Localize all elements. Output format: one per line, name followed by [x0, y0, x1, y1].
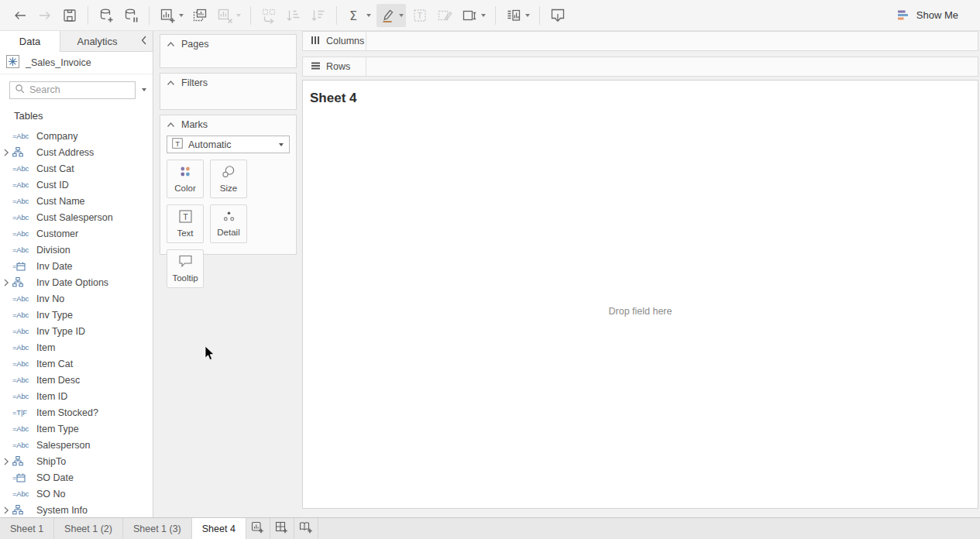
expand-chevron-icon[interactable] [0, 149, 11, 156]
duplicate-sheet-icon [191, 7, 208, 24]
back-arrow-button[interactable] [9, 4, 31, 27]
show-hide-cards-button[interactable] [503, 4, 532, 27]
show-hide-cards-icon [505, 7, 522, 24]
field-inv-type-id[interactable]: =AbcInv Type ID [0, 323, 153, 339]
duplicate-sheet-button[interactable] [189, 4, 211, 27]
field-label: Division [36, 245, 70, 256]
filters-collapse-icon[interactable] [167, 80, 175, 86]
mark-buttons: ColorSizeTTextDetailTooltip [160, 160, 296, 288]
size-mark-button[interactable]: Size [210, 160, 247, 198]
field-item-cat[interactable]: =AbcItem Cat [0, 355, 153, 372]
new-worksheet-button[interactable] [156, 4, 186, 27]
field-salesperson[interactable]: =AbcSalesperson [0, 437, 153, 453]
field-item-desc[interactable]: =AbcItem Desc [0, 372, 153, 388]
color-mark-button[interactable]: Color [167, 160, 204, 198]
datasource-item[interactable]: _Sales_Invoice [0, 52, 153, 74]
calculated-string-field-icon: =Abc [11, 359, 36, 368]
new-story-button[interactable] [294, 518, 318, 539]
show-me-label: Show Me [916, 9, 958, 21]
new-worksheet-caret-icon [179, 14, 184, 17]
field-item[interactable]: =AbcItem [0, 339, 153, 355]
marks-collapse-icon[interactable] [167, 122, 175, 128]
filters-card[interactable]: Filters [160, 73, 297, 110]
tooltip-mark-button[interactable]: Tooltip [167, 249, 204, 288]
field-division[interactable]: =AbcDivision [0, 242, 153, 258]
highlight-button[interactable] [377, 4, 406, 27]
pause-auto-updates-button[interactable] [120, 4, 142, 27]
mark-type-dropdown[interactable]: T Automatic [167, 136, 290, 153]
tab-action-buttons [246, 518, 318, 539]
new-data-source-icon [98, 7, 115, 24]
sheet-tab-sheet-4[interactable]: Sheet 4 [192, 518, 246, 539]
new-dashboard-button[interactable] [270, 518, 294, 539]
field-cust-address[interactable]: Cust Address [0, 144, 153, 160]
field-label: Salesperson [36, 440, 91, 451]
color-label: Color [174, 184, 195, 193]
rows-icon [311, 61, 321, 73]
sheet-tab-sheet-1-3[interactable]: Sheet 1 (3) [123, 518, 192, 539]
field-system-info[interactable]: System Info [0, 502, 153, 517]
new-data-source-button[interactable] [95, 4, 117, 27]
sheet-tab-sheet-1-2[interactable]: Sheet 1 (2) [54, 518, 123, 539]
search-input[interactable] [29, 84, 130, 95]
mark-type-value: Automatic [188, 139, 276, 150]
field-so-date[interactable]: =SO Date [0, 469, 153, 486]
rows-shelf: Rows [302, 57, 978, 77]
presentation-mode-button[interactable] [547, 4, 569, 27]
pause-auto-updates-icon [122, 7, 139, 24]
pane-tabs: Data Analytics [0, 31, 153, 52]
data-pane-options-caret[interactable] [142, 88, 146, 91]
sheet-tab-sheet-1[interactable]: Sheet 1 [0, 518, 54, 539]
text-mark-button[interactable]: TText [167, 204, 204, 243]
totals-button[interactable]: Σ [344, 4, 373, 27]
toolbar-divider [336, 6, 337, 25]
expand-chevron-icon[interactable] [0, 506, 11, 514]
calculated-string-field-icon: =Abc [11, 392, 36, 400]
columns-shelf-drop[interactable] [366, 32, 978, 50]
pages-card[interactable]: Pages [160, 34, 297, 68]
calculated-string-field-icon: =Abc [11, 180, 36, 189]
tab-data[interactable]: Data [0, 31, 60, 52]
fit-icon [461, 7, 478, 24]
pages-collapse-icon[interactable] [167, 41, 175, 47]
field-customer[interactable]: =AbcCustomer [0, 225, 153, 242]
fit-button[interactable] [459, 4, 488, 27]
expand-chevron-icon[interactable] [0, 279, 11, 287]
field-inv-date[interactable]: =Inv Date [0, 258, 153, 274]
save-button[interactable] [59, 4, 81, 27]
highlight-icon [379, 7, 396, 24]
field-item-id[interactable]: =AbcItem ID [0, 388, 153, 404]
field-cust-name[interactable]: =AbcCust Name [0, 193, 153, 209]
collapse-pane-button[interactable] [134, 31, 153, 52]
hierarchy-icon [11, 147, 36, 157]
new-worksheet-button[interactable] [246, 518, 270, 539]
sheet-canvas[interactable]: Sheet 4 Drop field here [302, 80, 978, 509]
tab-analytics[interactable]: Analytics [60, 31, 134, 52]
field-cust-salesperson[interactable]: =AbcCust Salesperson [0, 209, 153, 225]
sheet-title: Sheet 4 [303, 81, 978, 106]
field-cust-cat[interactable]: =AbcCust Cat [0, 160, 153, 177]
rows-shelf-drop[interactable] [366, 57, 978, 76]
data-pane: Data Analytics _Sales_Invoice Tables =Ab… [0, 31, 153, 517]
field-item-type[interactable]: =AbcItem Type [0, 421, 153, 437]
sort-descending-icon [310, 7, 327, 24]
totals-caret-icon [366, 14, 371, 17]
field-label: Item Desc [36, 375, 80, 386]
field-shipto[interactable]: ShipTo [0, 453, 153, 469]
field-inv-no[interactable]: =AbcInv No [0, 290, 153, 307]
cards-panel: Pages Filters Marks T Automatic ColorSiz… [154, 31, 302, 517]
field-so-no[interactable]: =AbcSO No [0, 486, 153, 502]
calculated-string-field-icon: =Abc [11, 424, 36, 433]
field-cust-id[interactable]: =AbcCust ID [0, 177, 153, 193]
tooltip-icon [178, 255, 193, 271]
field-inv-date-options[interactable]: Inv Date Options [0, 274, 153, 290]
field-label: Cust Address [36, 147, 94, 158]
fields-list: =AbcCompanyCust Address=AbcCust Cat=AbcC… [0, 125, 153, 517]
new-worksheet-icon [159, 7, 176, 24]
show-me-button[interactable]: Show Me [897, 9, 958, 21]
expand-chevron-icon[interactable] [0, 458, 11, 465]
field-company[interactable]: =AbcCompany [0, 128, 153, 144]
field-item-stocked[interactable]: =T|FItem Stocked? [0, 404, 153, 421]
field-inv-type[interactable]: =AbcInv Type [0, 307, 153, 323]
detail-mark-button[interactable]: Detail [210, 204, 247, 243]
